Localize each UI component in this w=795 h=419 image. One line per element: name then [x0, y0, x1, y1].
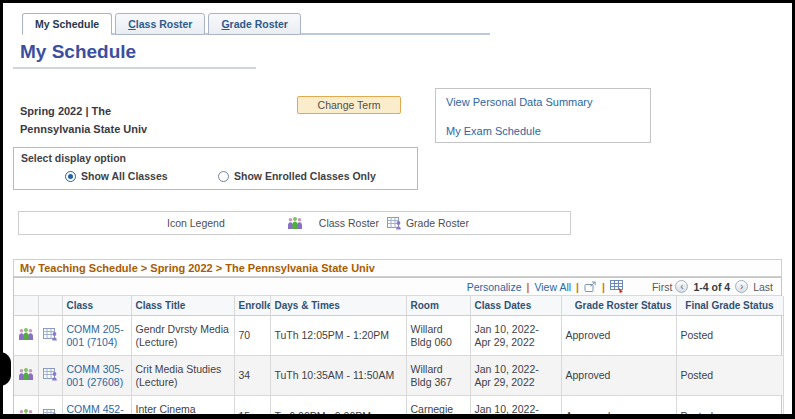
enrolled-cell: 34 [234, 356, 270, 396]
pagination-last-label[interactable]: Last [753, 281, 773, 293]
teaching-schedule-grid: Personalize | View All | | First ‹ 1-4 [13, 277, 782, 419]
final-grade-status-cell: Posted [676, 356, 783, 396]
class-roster-icon-cell[interactable] [14, 356, 38, 396]
grade-roster-icon-cell[interactable] [38, 316, 62, 356]
view-personal-data-summary-link[interactable]: View Personal Data Summary [446, 96, 593, 108]
header-grade-roster-icon-col [38, 296, 62, 316]
grade-roster-icon-cell[interactable] [38, 396, 62, 419]
icon-legend-class-roster-label: Class Roster [319, 217, 379, 229]
room-cell: Carnegie Bldg 113 [406, 396, 470, 419]
table-row: COMM 452-001 Inter Cinema (Lecture) 15 T… [14, 396, 783, 419]
class-roster-people-icon[interactable] [18, 367, 34, 381]
class-roster-icon-cell[interactable] [14, 396, 38, 419]
grade-roster-grid-icon [387, 216, 402, 230]
class-dates-cell: Jan 10, 2022- Apr 29, 2022 [470, 356, 561, 396]
personalize-link[interactable]: Personalize [467, 281, 522, 293]
faculty-center-my-schedule-page: My Schedule Class Roster Grade Roster My… [0, 0, 795, 419]
table-row: COMM 305-001 (27608) Crit Media Studies … [14, 356, 783, 396]
grade-roster-icon-cell[interactable] [38, 356, 62, 396]
final-grade-status-cell: Posted [676, 396, 783, 419]
download-grid-icon[interactable] [610, 280, 624, 293]
room-cell: Willard Bldg 367 [406, 356, 470, 396]
quick-links-box: View Personal Data Summary My Exam Sched… [435, 88, 651, 143]
grade-roster-grid-icon[interactable] [43, 327, 58, 341]
class-roster-people-icon[interactable] [18, 327, 34, 341]
class-roster-people-icon [287, 216, 303, 230]
days-times-cell: Tu 6:00PM - 9:00PM [270, 396, 406, 419]
table-row: COMM 205-001 (7104) Gendr Dvrsty Media (… [14, 316, 783, 356]
term-info: Spring 2022 | The Pennsylvania State Uni… [20, 102, 180, 138]
schedule-table: Class Class Title Enrolled Days & Times … [14, 296, 784, 419]
toolbar-separator: | [576, 281, 579, 293]
class-link[interactable]: COMM 205-001 (7104) [67, 323, 124, 348]
class-link[interactable]: COMM 452-001 [67, 403, 124, 419]
term-line-2: Pennsylvania State Univ [20, 120, 180, 138]
header-final-grade-status: Final Grade Status [676, 296, 783, 316]
grid-toolbar: Personalize | View All | | First ‹ 1-4 [14, 278, 781, 296]
toolbar-separator: | [527, 281, 530, 293]
pagination-next-icon[interactable]: › [735, 280, 748, 293]
display-option-legend: Select display option [21, 152, 126, 164]
radio-button-icon[interactable] [218, 171, 229, 182]
header-class-title: Class Title [131, 296, 234, 316]
enrolled-cell: 70 [234, 316, 270, 356]
page-title: My Schedule [20, 41, 136, 63]
grade-roster-status-cell: Approved [561, 396, 676, 419]
tab-bar: My Schedule Class Roster Grade Roster [22, 13, 301, 35]
enrolled-cell: 15 [234, 396, 270, 419]
class-roster-people-icon[interactable] [18, 408, 34, 419]
grade-roster-grid-icon[interactable] [43, 408, 58, 419]
tab-grade-roster[interactable]: Grade Roster [208, 13, 301, 35]
radio-show-all-classes[interactable]: Show All Classes [65, 170, 168, 182]
change-term-button[interactable]: Change Term [297, 96, 401, 114]
view-all-link[interactable]: View All [534, 281, 571, 293]
icon-legend-title: Icon Legend [167, 217, 225, 229]
class-dates-cell: Jan 10, 2022- Apr 29, 2022 [470, 396, 561, 419]
pagination-range: 1-4 of 4 [693, 281, 730, 293]
popup-window-icon[interactable] [584, 281, 597, 293]
class-title-cell: Gendr Dvrsty Media (Lecture) [131, 316, 234, 356]
room-cell: Willard Bldg 060 [406, 316, 470, 356]
header-class-roster-icon-col [14, 296, 38, 316]
class-title-cell: Crit Media Studies (Lecture) [131, 356, 234, 396]
display-option-groupbox: Select display option Show All Classes S… [13, 147, 418, 190]
final-grade-status-cell: Posted [676, 316, 783, 356]
pagination-prev-icon[interactable]: ‹ [675, 280, 688, 293]
class-title-cell: Inter Cinema (Lecture) [131, 396, 234, 419]
title-underline [13, 67, 256, 69]
header-enrolled: Enrolled [234, 296, 270, 316]
radio-show-enrolled-only[interactable]: Show Enrolled Classes Only [218, 170, 376, 182]
header-days-times: Days & Times [270, 296, 406, 316]
screen-edge-artifact [0, 352, 11, 386]
header-room: Room [406, 296, 470, 316]
days-times-cell: TuTh 12:05PM - 1:20PM [270, 316, 406, 356]
toolbar-separator: | [602, 281, 605, 293]
grade-roster-status-cell: Approved [561, 316, 676, 356]
class-link[interactable]: COMM 305-001 (27608) [67, 363, 124, 388]
icon-legend-box: Icon Legend Class Roster Grade Roster [18, 211, 571, 235]
radio-label: Show All Classes [81, 170, 168, 182]
tab-my-schedule[interactable]: My Schedule [22, 13, 112, 35]
icon-legend-grade-roster-label: Grade Roster [406, 217, 469, 229]
class-dates-cell: Jan 10, 2022- Apr 29, 2022 [470, 316, 561, 356]
breadcrumb: My Teaching Schedule > Spring 2022 > The… [13, 259, 782, 277]
term-line-1: Spring 2022 | The [20, 102, 180, 120]
tab-class-roster[interactable]: Class Roster [115, 13, 205, 35]
my-exam-schedule-link[interactable]: My Exam Schedule [446, 125, 541, 137]
header-class: Class [62, 296, 131, 316]
days-times-cell: TuTh 10:35AM - 11:50AM [270, 356, 406, 396]
radio-button-icon[interactable] [65, 171, 76, 182]
header-grade-roster-status: Grade Roster Status [561, 296, 676, 316]
grade-roster-status-cell: Approved [561, 356, 676, 396]
class-roster-icon-cell[interactable] [14, 316, 38, 356]
pagination-first-label[interactable]: First [652, 281, 672, 293]
radio-label: Show Enrolled Classes Only [234, 170, 376, 182]
schedule-table-body: COMM 205-001 (7104) Gendr Dvrsty Media (… [14, 316, 783, 419]
table-header-row: Class Class Title Enrolled Days & Times … [14, 296, 783, 316]
header-class-dates: Class Dates [470, 296, 561, 316]
grade-roster-grid-icon[interactable] [43, 367, 58, 381]
